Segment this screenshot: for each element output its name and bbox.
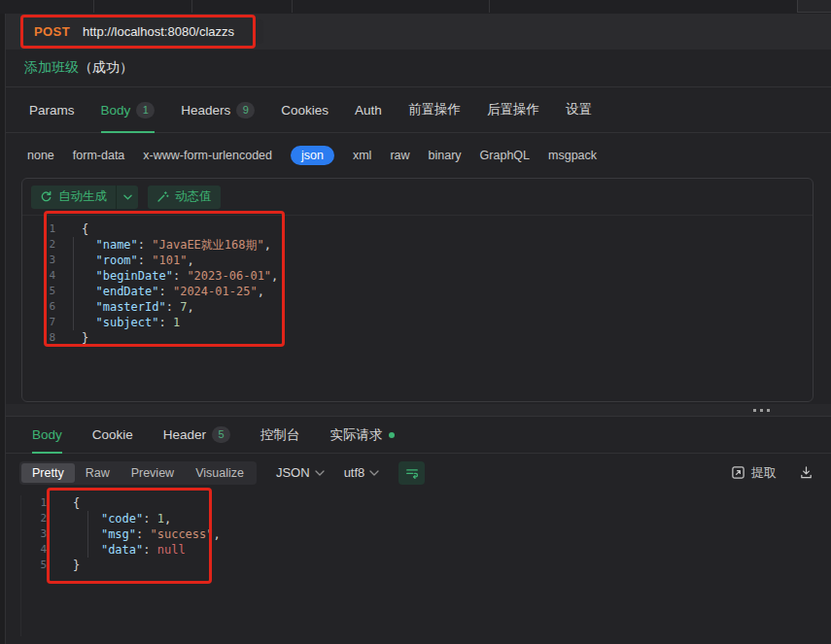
code-text: } <box>82 330 88 346</box>
code-line[interactable]: 7 "subject": 1 <box>22 315 813 330</box>
request-url-bar: POST http://localhost:8080/clazzs <box>6 14 831 50</box>
request-url-text[interactable]: http://localhost:8080/clazzs <box>83 24 234 39</box>
chevron-down-icon <box>369 470 379 476</box>
line-number: 5 <box>22 284 69 299</box>
request-url-box[interactable]: POST http://localhost:8080/clazzs <box>23 19 263 44</box>
code-text: "endDate": "2024-01-25", <box>82 284 264 299</box>
format-select-value: JSON <box>276 465 310 480</box>
body-type-msgpack[interactable]: msgpack <box>548 149 597 162</box>
line-number: 1 <box>22 221 69 237</box>
chevron-down-icon <box>315 470 325 476</box>
request-tab-Body[interactable]: Body1 <box>101 87 156 132</box>
view-mode-pretty[interactable]: Pretty <box>21 463 75 483</box>
line-number: 5 <box>6 558 56 573</box>
unsaved-dot-icon <box>389 432 395 438</box>
auto-generate-caret-button[interactable] <box>116 186 138 209</box>
request-title: 添加班级 <box>24 59 79 77</box>
code-text: { <box>82 221 88 237</box>
refresh-icon <box>40 190 52 203</box>
response-tab-Cookie[interactable]: Cookie <box>92 417 133 453</box>
line-number: 6 <box>22 299 69 315</box>
body-type-none[interactable]: none <box>27 149 54 162</box>
request-tab-Auth[interactable]: Auth <box>355 87 382 132</box>
request-tab-label: Headers <box>181 103 230 118</box>
response-tab-label: Header <box>163 427 206 442</box>
code-line: 1{ <box>6 495 831 511</box>
request-tab-label: 后置操作 <box>487 101 539 119</box>
indent-guide <box>73 237 74 330</box>
line-number: 4 <box>22 268 69 284</box>
response-tab-控制台[interactable]: 控制台 <box>260 417 300 453</box>
request-tab-label: 设置 <box>566 101 592 119</box>
request-tab-后置操作[interactable]: 后置操作 <box>487 87 539 132</box>
response-json-viewer: 1{2 "code": 1,3 "msg": "success",4 "data… <box>6 491 831 573</box>
download-button[interactable] <box>796 463 815 483</box>
view-mode-segmented-control: PrettyRawPreviewVisualize <box>19 461 257 485</box>
body-type-GraphQL[interactable]: GraphQL <box>480 149 530 162</box>
extract-button[interactable]: 提取 <box>731 464 777 482</box>
code-line: 2 "code": 1, <box>6 511 831 526</box>
code-line[interactable]: 6 "masterId": 7, <box>22 299 813 315</box>
extract-label: 提取 <box>751 464 777 482</box>
code-text: "data": null <box>73 542 186 558</box>
request-json-code[interactable]: 1{2 "name": "JavaEE就业168期",3 "room": "10… <box>22 216 813 346</box>
body-type-selector: noneform-datax-www-form-urlencodedjsonxm… <box>6 133 831 178</box>
body-type-xml[interactable]: xml <box>353 149 371 162</box>
code-line[interactable]: 5 "endDate": "2024-01-25", <box>22 284 813 299</box>
request-tab-设置[interactable]: 设置 <box>566 87 592 132</box>
auto-generate-split-button: 自动生成 <box>31 186 138 209</box>
format-select[interactable]: JSON <box>276 465 325 480</box>
word-wrap-icon <box>405 466 419 480</box>
view-mode-raw[interactable]: Raw <box>75 463 121 483</box>
dynamic-value-label: 动态值 <box>175 188 212 205</box>
response-tab-Header[interactable]: Header5 <box>163 417 230 453</box>
response-tab-label: Cookie <box>92 427 133 442</box>
body-type-form-data[interactable]: form-data <box>73 149 125 162</box>
request-tab-Headers[interactable]: Headers9 <box>181 87 255 132</box>
tab-divider <box>292 0 293 13</box>
line-number: 2 <box>22 237 69 253</box>
word-wrap-button[interactable] <box>398 461 425 485</box>
line-number: 1 <box>6 495 56 511</box>
code-text: { <box>73 495 80 511</box>
response-tab-Body[interactable]: Body <box>32 417 62 453</box>
request-tab-label: Body <box>101 103 131 118</box>
response-tab-实际请求[interactable]: 实际请求 <box>330 417 395 453</box>
body-type-json[interactable]: json <box>291 146 334 165</box>
line-number: 3 <box>22 253 69 268</box>
auto-generate-button[interactable]: 自动生成 <box>31 186 116 209</box>
view-mode-preview[interactable]: Preview <box>121 463 185 483</box>
dynamic-value-button[interactable]: 动态值 <box>148 186 221 209</box>
http-method-label: POST <box>34 24 70 39</box>
body-type-raw[interactable]: raw <box>390 149 409 162</box>
tab-divider <box>489 0 490 13</box>
code-line[interactable]: 1{ <box>22 221 813 237</box>
drag-dots-icon <box>753 409 770 412</box>
code-line[interactable]: 2 "name": "JavaEE就业168期", <box>22 237 813 253</box>
request-body-editor[interactable]: 自动生成 动态值 1{2 "name": "JavaEE就业168期",3 "r… <box>21 178 814 402</box>
api-client-window: POST http://localhost:8080/clazzs 添加班级 （… <box>0 0 831 644</box>
request-tab-Cookies[interactable]: Cookies <box>281 87 329 132</box>
magic-wand-icon <box>156 190 169 203</box>
pane-resize-handle[interactable] <box>6 404 831 416</box>
code-line[interactable]: 4 "beginDate": "2023-06-01", <box>22 268 813 284</box>
tab-badge: 9 <box>236 102 255 119</box>
partial-tab[interactable] <box>797 0 831 13</box>
encoding-select[interactable]: utf8 <box>344 465 380 480</box>
code-line[interactable]: 8} <box>22 330 813 346</box>
body-type-binary[interactable]: binary <box>429 149 462 162</box>
code-text: "subject": 1 <box>82 315 180 330</box>
response-tab-label: 控制台 <box>260 426 300 444</box>
request-tab-Params[interactable]: Params <box>29 87 75 132</box>
body-type-x-www-form-urlencoded[interactable]: x-www-form-urlencoded <box>143 149 272 162</box>
request-title-row: 添加班级 （成功） <box>6 50 831 87</box>
encoding-select-value: utf8 <box>344 465 365 480</box>
request-tab-label: Cookies <box>281 103 329 118</box>
code-text: "beginDate": "2023-06-01", <box>82 268 278 284</box>
code-line: 4 "data": null <box>6 542 831 558</box>
view-mode-visualize[interactable]: Visualize <box>185 463 255 483</box>
request-tab-label: Auth <box>355 103 382 118</box>
request-tab-前置操作[interactable]: 前置操作 <box>408 87 461 132</box>
code-line[interactable]: 3 "room": "101", <box>22 253 813 268</box>
tab-badge: 5 <box>212 426 230 443</box>
